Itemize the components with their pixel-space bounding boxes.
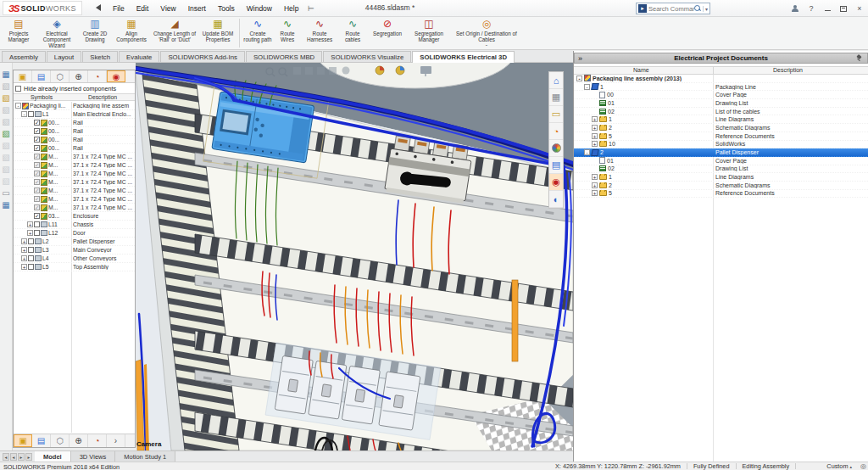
search-box[interactable]: ▸ ▾ <box>636 3 710 14</box>
component-tree-row[interactable]: M...37.1 x 72.4 Type MC ... <box>14 178 135 187</box>
projects-manager-button[interactable]: ▤Projects Manager <box>2 17 36 49</box>
collapse-icon[interactable]: - <box>21 111 27 117</box>
statistics-tab-icon[interactable]: ◔ <box>88 434 107 447</box>
create-routing-path-button[interactable]: ∿Create routing path <box>242 17 274 49</box>
inserted-components-tab-icon[interactable]: ▣ <box>14 434 32 447</box>
menu-view[interactable]: View <box>154 0 181 17</box>
insert-component-icon[interactable]: ▧ <box>1 81 11 91</box>
next-tab-icon[interactable]: ▸ <box>18 453 25 461</box>
segregation-manager-button[interactable]: ◫Segregation Manager <box>408 17 450 49</box>
insert-rail-icon[interactable]: ▧ <box>1 105 11 115</box>
component-checkbox[interactable] <box>34 145 40 151</box>
expand-icon[interactable]: + <box>592 116 598 122</box>
properties-list-icon[interactable]: ▤ <box>549 157 563 174</box>
document-tree-row[interactable]: +1Line Diagrams <box>574 173 868 182</box>
expand-icon[interactable]: + <box>21 238 27 244</box>
component-tree-row[interactable]: M...37.1 x 72.4 Type MC ... <box>14 195 135 204</box>
align-components-button[interactable]: ▦Align Components <box>112 17 151 49</box>
document-tree-row[interactable]: 02Drawing List <box>574 165 868 174</box>
first-tab-icon[interactable]: ◂ <box>3 453 9 461</box>
expand-icon[interactable]: + <box>592 141 598 147</box>
collapse-icon[interactable]: - <box>584 84 590 90</box>
search-scope-icon[interactable]: ▸ <box>638 4 647 13</box>
hide-inserted-checkbox[interactable]: Hide already inserted components <box>15 85 116 92</box>
component-checkbox[interactable] <box>34 196 40 202</box>
collapse-icon[interactable]: - <box>576 76 582 81</box>
update-bom-button[interactable]: ▦Update BOM Properties <box>198 17 237 49</box>
component-tree-row[interactable]: 00...Rail <box>14 144 135 153</box>
tab-sketch[interactable]: Sketch <box>82 51 118 62</box>
component-checkbox[interactable] <box>34 179 40 185</box>
electrical-component-wizard-button[interactable]: ◈Electrical Component Wizard <box>36 17 78 49</box>
component-checkbox[interactable] <box>34 204 40 210</box>
route-harnesses-button[interactable]: ∿Route Harnesses <box>301 17 338 49</box>
expand-icon[interactable]: + <box>592 133 598 139</box>
component-tree-row[interactable]: +L4Other Conveyors <box>14 255 135 263</box>
component-checkbox[interactable] <box>28 238 34 244</box>
panel-collapse-icon[interactable]: » <box>575 54 586 63</box>
expand-icon[interactable]: + <box>21 247 27 253</box>
footprint-tab-icon[interactable]: ⬡ <box>51 70 70 82</box>
close-button[interactable]: × <box>853 3 866 14</box>
copy-component-icon[interactable]: ▧ <box>1 141 11 150</box>
route-cables-button[interactable]: ∿Route cables <box>338 17 367 49</box>
prev-tab-icon[interactable]: ◂ <box>10 453 17 461</box>
web-integration-icon[interactable] <box>549 140 563 157</box>
inserted-components-tab-icon[interactable]: ▣ <box>14 70 32 82</box>
bom-table-icon[interactable]: ▦ <box>1 70 11 79</box>
component-tree-row[interactable]: +L3Main Conveyor <box>14 246 135 255</box>
checkbox-icon[interactable] <box>15 86 21 92</box>
model-tab-motion-study-1[interactable]: Motion Study 1 <box>115 451 175 462</box>
component-tree-row[interactable]: -Packaging li...Packaging line assem <box>14 102 135 110</box>
document-tree-row[interactable]: 01Drawing List <box>574 99 868 108</box>
expand-icon[interactable]: + <box>27 230 33 236</box>
document-tree-row[interactable]: 01Cover Page <box>574 157 868 165</box>
component-checkbox[interactable] <box>34 128 40 134</box>
component-checkbox[interactable] <box>34 120 40 126</box>
menu-tools[interactable]: Tools <box>212 0 241 17</box>
origin-tab-icon[interactable]: ⊕ <box>70 434 88 447</box>
menu-window[interactable]: Window <box>241 0 278 17</box>
document-tree-row[interactable]: -2Pallet Dispenser <box>574 148 868 157</box>
collapse-icon[interactable]: - <box>584 149 590 155</box>
move-component-icon[interactable]: ▧ <box>1 153 11 162</box>
dropdown-dash-icon[interactable]: - <box>486 42 487 47</box>
documents-folder-icon[interactable]: ▭ <box>549 106 563 123</box>
align-components-strip-icon[interactable]: ▧ <box>1 165 11 174</box>
components-box-icon[interactable]: ▦ <box>549 89 563 106</box>
expand-icon[interactable]: + <box>592 190 598 196</box>
component-checkbox[interactable] <box>28 111 34 117</box>
collapse-icon[interactable]: - <box>15 103 21 109</box>
document-tree-row[interactable]: +1Line Diagrams <box>574 115 868 124</box>
component-checkbox[interactable] <box>28 247 34 253</box>
component-tree-row[interactable]: 00...Rail <box>14 127 135 136</box>
set-origin-destination-button[interactable]: ◎Set Origin / Destination of Cables- <box>450 17 523 49</box>
properties-icon[interactable]: ▧ <box>1 176 11 186</box>
status-visibility-icon[interactable]: ◎ <box>860 462 866 470</box>
delete-component-icon[interactable]: ▧ <box>1 129 11 138</box>
component-checkbox[interactable] <box>34 221 40 227</box>
document-tree-row[interactable]: 02List of the cables <box>574 108 868 116</box>
search-icon[interactable] <box>694 5 701 12</box>
electrical-3d-icon[interactable]: ◐ <box>549 191 563 208</box>
help-icon[interactable]: ? <box>804 3 818 14</box>
insert-duct-icon[interactable]: ▧ <box>1 117 11 126</box>
home-icon[interactable]: ⌂ <box>549 72 563 89</box>
tab-solidworks-add-ins[interactable]: SOLIDWORKS Add-Ins <box>160 51 244 62</box>
component-checkbox[interactable] <box>34 154 40 159</box>
change-length-button[interactable]: ◢Change Length of 'Rail' or 'Duct' <box>151 17 198 49</box>
tab-solidworks-electrical-3d[interactable]: SOLIDWORKS Electrical 3D <box>412 51 515 63</box>
component-list-tab-icon[interactable]: ▤ <box>32 434 51 447</box>
configuration-caret-icon[interactable]: ▴ <box>850 464 853 469</box>
tab-assembly[interactable]: Assembly <box>2 51 46 62</box>
component-tree-row[interactable]: 00...Rail <box>14 136 135 144</box>
menu-edit[interactable]: Edit <box>131 0 155 17</box>
expand-icon[interactable]: + <box>592 182 598 188</box>
expand-icon[interactable]: + <box>592 125 598 131</box>
footprint-tab-icon[interactable]: ⬡ <box>51 434 70 447</box>
document-tree-row[interactable]: +2Schematic Diagrams <box>574 124 868 132</box>
restore-button[interactable] <box>837 3 850 14</box>
component-tree-row[interactable]: M...37.1 x 72.4 Type MC ... <box>14 161 135 170</box>
3d-viewport[interactable]: ⌂▦▭◔▤◉◐ Camera <box>136 63 573 450</box>
component-tree-row[interactable]: M...37.1 x 72.4 Type MC ... <box>14 153 135 161</box>
